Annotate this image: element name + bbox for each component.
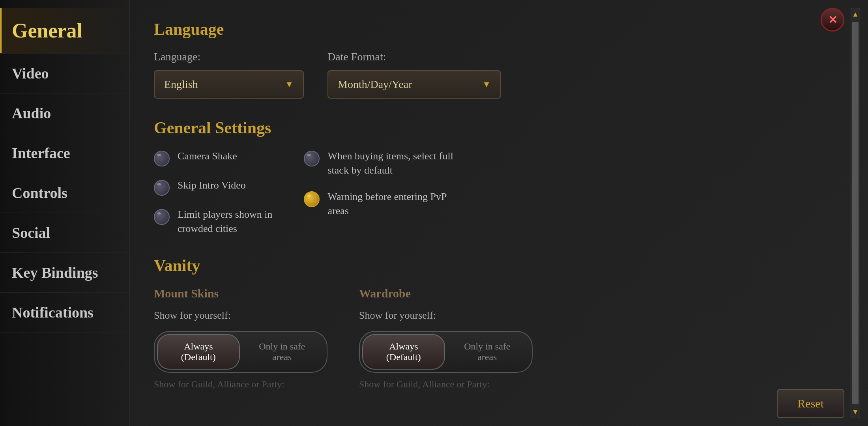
sidebar-item-social[interactable]: Social (0, 213, 129, 253)
sidebar-label-controls: Controls (12, 185, 67, 201)
mount-show-guild-label: Show for Guild, Alliance or Party: (154, 379, 327, 390)
language-section-title: Language (154, 20, 844, 39)
sidebar-label-interface: Interface (12, 145, 70, 161)
scroll-down-arrow[interactable]: ▼ (851, 406, 860, 418)
close-icon: ✕ (828, 13, 837, 26)
radio-limit-players[interactable] (154, 209, 170, 225)
vanity-section: Vanity Mount Skins Show for yourself: Al… (154, 256, 844, 390)
setting-camera-shake-label: Camera Shake (178, 149, 237, 163)
wardrobe-toggle-group[interactable]: Always (Default) Only in safe areas (359, 331, 533, 373)
language-dropdown-value: English (164, 78, 198, 91)
sidebar-item-controls[interactable]: Controls (0, 173, 129, 213)
mount-toggle-safe[interactable]: Only in safe areas (240, 334, 324, 370)
general-settings-section: General Settings Camera Shake Skip Intro… (154, 118, 844, 236)
sidebar-item-keybindings[interactable]: Key Bindings (0, 253, 129, 293)
date-format-label: Date Format: (327, 50, 501, 63)
setting-pvp-warning[interactable]: Warning before entering PvPareas (304, 190, 453, 219)
wardrobe-toggle-safe[interactable]: Only in safe areas (445, 334, 529, 370)
sidebar-label-video: Video (12, 65, 49, 82)
wardrobe-show-guild-label: Show for Guild, Alliance or Party: (359, 379, 533, 390)
scrollbar[interactable]: ▲ ▼ (851, 8, 860, 418)
sidebar-label-notifications: Notifications (12, 304, 94, 321)
mount-skins-col: Mount Skins Show for yourself: Always (D… (154, 287, 327, 390)
sidebar-label-social: Social (12, 224, 50, 241)
setting-full-stack[interactable]: When buying items, select fullstack by d… (304, 149, 453, 178)
scroll-up-arrow[interactable]: ▲ (851, 8, 860, 20)
settings-col-right: When buying items, select fullstack by d… (304, 149, 453, 236)
language-dropdown-arrow: ▼ (285, 79, 294, 90)
settings-col-left: Camera Shake Skip Intro Video Limit play… (154, 149, 272, 236)
language-row: Language: English ▼ Date Format: Month/D… (154, 50, 844, 99)
sidebar-item-notifications[interactable]: Notifications (0, 293, 129, 333)
language-col: Language: English ▼ (154, 50, 304, 99)
scrollbar-thumb[interactable] (852, 22, 859, 404)
setting-skip-intro[interactable]: Skip Intro Video (154, 178, 272, 196)
sidebar-item-video[interactable]: Video (0, 54, 129, 93)
mount-toggle-always[interactable]: Always (Default) (157, 334, 240, 370)
sidebar-label-keybindings: Key Bindings (12, 264, 98, 281)
main-content: ✕ Language Language: English ▼ Date Form… (130, 0, 868, 426)
mount-skins-subtitle: Mount Skins (154, 287, 327, 300)
radio-pvp-warning[interactable] (304, 191, 320, 207)
vanity-title: Vanity (154, 256, 844, 275)
mount-toggle-group[interactable]: Always (Default) Only in safe areas (154, 331, 327, 373)
date-format-dropdown[interactable]: Month/Day/Year ▼ (327, 70, 501, 99)
radio-skip-intro[interactable] (154, 180, 170, 196)
sidebar-item-interface[interactable]: Interface (0, 133, 129, 173)
setting-limit-players-label: Limit players shown incrowded cities (178, 207, 272, 236)
date-format-col: Date Format: Month/Day/Year ▼ (327, 50, 501, 99)
vanity-cols: Mount Skins Show for yourself: Always (D… (154, 287, 844, 390)
sidebar-item-general[interactable]: General (0, 8, 129, 54)
language-label: Language: (154, 50, 304, 63)
wardrobe-subtitle: Wardrobe (359, 287, 533, 300)
settings-grid: Camera Shake Skip Intro Video Limit play… (154, 149, 844, 236)
language-section: Language Language: English ▼ Date Format… (154, 20, 844, 99)
setting-pvp-warning-label: Warning before entering PvPareas (327, 190, 447, 219)
setting-limit-players[interactable]: Limit players shown incrowded cities (154, 207, 272, 236)
setting-full-stack-label: When buying items, select fullstack by d… (327, 149, 453, 178)
setting-skip-intro-label: Skip Intro Video (178, 178, 246, 192)
sidebar-label-audio: Audio (12, 105, 51, 121)
radio-camera-shake[interactable] (154, 151, 170, 166)
language-dropdown[interactable]: English ▼ (154, 70, 304, 99)
sidebar-label-general: General (12, 19, 82, 42)
wardrobe-show-yourself-label: Show for yourself: (359, 310, 533, 321)
mount-show-yourself-label: Show for yourself: (154, 310, 327, 321)
radio-full-stack[interactable] (304, 151, 320, 166)
general-settings-title: General Settings (154, 118, 844, 137)
sidebar-item-audio[interactable]: Audio (0, 93, 129, 133)
wardrobe-toggle-always[interactable]: Always (Default) (362, 334, 445, 370)
date-format-dropdown-arrow: ▼ (482, 79, 491, 90)
bottom-bar: Reset (777, 389, 844, 418)
sidebar: General Video Audio Interface Controls S… (0, 0, 130, 426)
wardrobe-col: Wardrobe Show for yourself: Always (Defa… (359, 287, 533, 390)
reset-button[interactable]: Reset (777, 389, 844, 418)
date-format-dropdown-value: Month/Day/Year (338, 78, 412, 91)
setting-camera-shake[interactable]: Camera Shake (154, 149, 272, 166)
close-button[interactable]: ✕ (821, 8, 844, 32)
